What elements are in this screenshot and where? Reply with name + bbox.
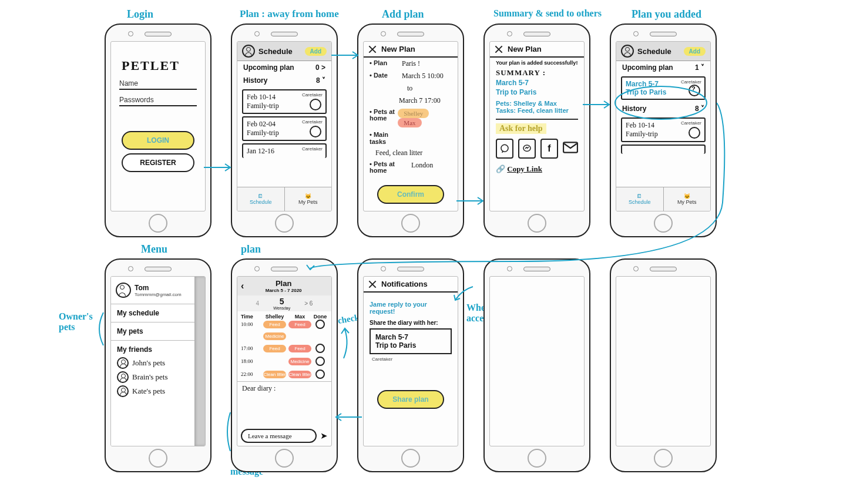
summary-heading: SUMMARY : <box>490 68 584 78</box>
flow-arrow <box>334 411 363 423</box>
close-icon[interactable] <box>495 45 503 53</box>
tab-schedule[interactable]: 🗓Schedule <box>237 187 285 211</box>
add-plan-button[interactable]: Add <box>684 47 706 56</box>
menu-scrim[interactable] <box>194 277 205 446</box>
flow-arrow <box>338 326 355 361</box>
annotation-summary: Summary & send to others <box>493 8 602 19</box>
friend-item[interactable]: Brain's pets <box>111 370 194 384</box>
done-toggle[interactable] <box>315 320 325 329</box>
summary-header: New Plan <box>490 42 584 58</box>
register-button[interactable]: REGISTER <box>122 153 194 172</box>
annotation-plan-added: Plan you added <box>632 8 701 21</box>
notif-reply: Jame reply to your request! <box>364 293 458 320</box>
annotation-plan-away: Plan : away from home <box>240 8 339 20</box>
flow-arrow-long <box>305 97 728 270</box>
day-picker[interactable]: 4 5 Wensday > 6 <box>237 295 331 311</box>
phone-notifications: Notifications Jame reply to your request… <box>357 258 464 472</box>
schedule-header: Schedule Add <box>237 42 331 61</box>
notifications-header: Notifications <box>364 277 458 293</box>
success-message: Your plan is added successfully! <box>490 58 584 68</box>
annotation-check: check <box>337 313 360 326</box>
friend-item[interactable]: John's pets <box>111 356 194 370</box>
task-chip[interactable]: Medicine <box>263 332 286 340</box>
phone-empty <box>610 258 717 472</box>
done-toggle[interactable] <box>315 369 325 379</box>
login-screen: PETLET Name Passwords LOGIN REGISTER <box>110 41 206 211</box>
phone-menu: Tom Tommmm@gmail.com My schedule My pets… <box>105 258 211 472</box>
menu-my-pets[interactable]: My pets <box>111 322 194 341</box>
flow-brace <box>93 311 107 347</box>
menu-user-email: Tommmm@gmail.com <box>135 292 182 297</box>
plan-detail-title: Plan <box>248 279 318 288</box>
menu-user-name: Tom <box>135 284 182 292</box>
add-plan-button[interactable]: Add <box>305 47 327 56</box>
friend-item[interactable]: Kate's pets <box>111 384 194 398</box>
share-plan-button[interactable]: Share plan <box>377 390 444 409</box>
annotation-plan: plan <box>241 243 261 256</box>
annotation-add-plan: Add plan <box>382 8 424 21</box>
menu-my-friends: My friends <box>111 341 194 356</box>
name-input[interactable]: Name <box>119 79 197 90</box>
schedule-header: Schedule Add <box>616 42 710 61</box>
upcoming-row[interactable]: Upcoming plan 0 > <box>237 61 331 74</box>
menu-my-schedule[interactable]: My schedule <box>111 304 194 322</box>
share-diary-label: Share the diary with her: <box>364 320 458 328</box>
annotation-menu: Menu <box>141 243 167 256</box>
task-chip[interactable]: Medicine <box>288 358 311 365</box>
calendar-icon: 🗓 <box>258 193 263 199</box>
brand-logo-text: PETLET <box>122 58 205 73</box>
task-chip[interactable]: Clean litter <box>288 371 311 378</box>
schedule-title: Schedule <box>258 47 293 56</box>
profile-icon[interactable] <box>621 45 634 58</box>
done-toggle[interactable] <box>315 344 325 353</box>
send-icon[interactable]: ➤ <box>320 431 328 441</box>
close-icon[interactable] <box>368 45 377 53</box>
plan-detail-screen: ‹ Plan March 5 - 7 2020 4 5 Wensday > 6 … <box>237 276 332 446</box>
plan-timeline: 10:00FeedFeed Medicine 17:00FeedFeed 18:… <box>237 320 331 379</box>
task-chip[interactable]: Clean litter <box>263 371 286 378</box>
password-input[interactable]: Passwords <box>119 96 197 106</box>
phone-empty <box>483 258 590 472</box>
notifications-screen: Notifications Jame reply to your request… <box>363 276 458 446</box>
history-row[interactable]: History 8 ˅ <box>237 74 331 87</box>
login-button[interactable]: LOGIN <box>122 131 194 150</box>
flow-arrow <box>330 49 362 61</box>
diary-heading: Dear diary : <box>237 381 331 395</box>
annotation-login: Login <box>127 8 153 21</box>
upcoming-row[interactable]: Upcoming plan 1 ˅ <box>616 61 710 74</box>
plan-date-field[interactable]: Date March 5 10:00 <box>364 70 458 82</box>
done-toggle[interactable] <box>315 357 325 366</box>
phone-login: PETLET Name Passwords LOGIN REGISTER <box>105 23 211 237</box>
shared-plan-box: March 5-7 Trip to Paris <box>370 328 452 354</box>
plan-name-field[interactable]: Plan Paris ! <box>364 58 458 70</box>
new-plan-title: New Plan <box>381 45 415 53</box>
task-chip[interactable]: Feed <box>288 321 311 328</box>
new-plan-header: New Plan <box>364 42 458 58</box>
annotation-owners-pets: Owner's pets <box>59 311 93 332</box>
phone-plan-detail: ‹ Plan March 5 - 7 2020 4 5 Wensday > 6 … <box>231 258 338 472</box>
task-chip[interactable]: Feed <box>288 345 311 352</box>
message-input[interactable]: Leave a message <box>241 429 317 443</box>
menu-screen: Tom Tommmm@gmail.com My schedule My pets… <box>110 276 206 446</box>
back-icon[interactable]: ‹ <box>241 281 244 291</box>
close-icon[interactable] <box>368 280 377 288</box>
flow-arrow <box>452 285 476 303</box>
flow-brace <box>223 411 235 452</box>
wireframe-canvas: Login Plan : away from home Add plan Sum… <box>0 0 853 504</box>
profile-icon[interactable] <box>116 283 131 298</box>
flow-arrow <box>203 162 235 173</box>
task-chip[interactable]: Feed <box>263 345 286 352</box>
profile-icon[interactable] <box>242 45 255 58</box>
task-chip[interactable]: Feed <box>263 321 286 328</box>
